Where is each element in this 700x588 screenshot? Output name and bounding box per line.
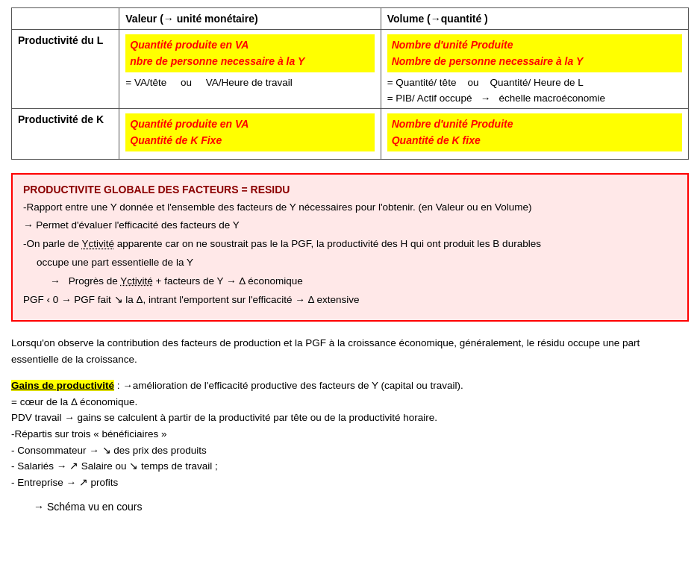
row1-volume-yellow-line1: Nombre d'unité Produite <box>392 39 513 51</box>
row1-valeur: Quantité produite en VA nbre de personne… <box>119 30 381 109</box>
schema-line: → Schéma vu en cours <box>34 501 689 513</box>
pgf-line4: occupe une part essentielle de la Y <box>37 255 677 271</box>
table-header-empty <box>12 8 119 30</box>
row1-volume-yellow: Nombre d'unité Produite Nombre de person… <box>387 34 682 72</box>
row1-valeur-f2: VA/Heure de travail <box>206 77 293 88</box>
row2-label: Productivité de K <box>12 108 119 159</box>
row2-valeur-yellow-line2: Quantité de K Fixe <box>130 134 222 146</box>
row2-volume-yellow: Nombre d'unité Produite Quantité de K fi… <box>387 113 682 151</box>
table-row-productivite-k: Productivité de K Quantité produite en V… <box>12 108 689 159</box>
row2-volume-yellow-line1: Nombre d'unité Produite <box>392 118 513 130</box>
row1-volume-f2: Quantité/ Heure de L <box>490 77 583 88</box>
row2-volume: Nombre d'unité Produite Quantité de K fi… <box>381 108 688 159</box>
pgf-line5-text: → Progrès de Yctivité + facteurs de Y → … <box>50 275 303 287</box>
pgf-box: PRODUCTIVITE GLOBALE DES FACTEURS = RESI… <box>11 173 689 322</box>
row1-volume-f3: = PIB/ Actif occupé <box>387 93 472 104</box>
row1-valeur-yellow-line2: nbre de personne necessaire à la Y <box>130 55 304 67</box>
gains-line6: - Entreprise → ↗ profits <box>11 475 689 491</box>
gains-section: Gains de productivité : →amélioration de… <box>11 378 689 490</box>
gains-line3: -Répartis sur trois « bénéficiaires » <box>11 426 689 442</box>
pgf-line3: -On parle de Yctivité apparente car on n… <box>23 237 677 252</box>
pgf-line2: → Permet d'évaluer l'efficacité des fact… <box>23 218 677 234</box>
gains-line4: - Consommateur → ↘ des prix des produits <box>11 442 689 459</box>
row1-volume-or1: ou <box>467 77 478 88</box>
row1-valeur-or: ou <box>181 77 192 88</box>
row1-volume-f1: = Quantité/ tête <box>387 77 457 88</box>
table-row-productivite-l: Productivité du L Quantité produite en V… <box>12 30 689 109</box>
row2-valeur-yellow: Quantité produite en VA Quantité de K Fi… <box>125 113 374 151</box>
productivity-table: Valeur (→ unité monétaire) Volume (→quan… <box>11 7 689 160</box>
table-header-valeur: Valeur (→ unité monétaire) <box>119 8 381 30</box>
row1-volume-f3-line: = PIB/ Actif occupé → échelle macroécono… <box>387 93 682 104</box>
gains-line5: - Salariés → ↗ Salaire ou ↘ temps de tra… <box>11 458 689 475</box>
paragraph1: Lorsqu'on observe la contribution des fa… <box>11 335 689 367</box>
row1-volume-f1-line: = Quantité/ tête ou Quantité/ Heure de L <box>387 77 682 88</box>
pgf-yctivite1: Yctivité <box>82 238 115 249</box>
pgf-yctivite2: Yctivité <box>120 275 153 287</box>
row1-volume-f4: échelle macroéconomie <box>499 93 605 104</box>
row1-volume-yellow-line2: Nombre de personne necessaire à la Y <box>392 55 584 67</box>
pgf-line5: → Progrès de Yctivité + facteurs de Y → … <box>50 274 677 290</box>
row1-label: Productivité du L <box>12 30 119 109</box>
gains-line1: = cœur de la Δ économique. <box>11 394 689 410</box>
gains-title-line: Gains de productivité : →amélioration de… <box>11 378 689 394</box>
row2-valeur-yellow-line1: Quantité produite en VA <box>130 118 249 130</box>
table-header-volume: Volume (→quantité ) <box>381 8 688 30</box>
row1-valeur-formula: = VA/tête ou VA/Heure de travail <box>125 77 374 88</box>
row1-valeur-f1: = VA/tête <box>125 77 166 88</box>
pgf-title: PRODUCTIVITE GLOBALE DES FACTEURS = RESI… <box>23 184 677 196</box>
row2-valeur: Quantité produite en VA Quantité de K Fi… <box>119 108 381 159</box>
row1-valeur-yellow-line1: Quantité produite en VA <box>130 39 249 51</box>
pgf-line3-text: -On parle de Yctivité apparente car on n… <box>23 238 541 249</box>
pgf-line2-text: → Permet d'évaluer l'efficacité des fact… <box>23 219 240 231</box>
row1-volume-arrow: → <box>481 93 491 104</box>
gains-desc: : →amélioration de l'efficacité producti… <box>114 380 463 391</box>
gains-title: Gains de productivité <box>11 380 114 391</box>
pgf-line1: -Rapport entre une Y donnée et l'ensembl… <box>23 200 677 216</box>
gains-line2: PDV travail → gains se calculent à parti… <box>11 410 689 426</box>
row1-valeur-yellow: Quantité produite en VA nbre de personne… <box>125 34 374 72</box>
row1-volume: Nombre d'unité Produite Nombre de person… <box>381 30 688 109</box>
pgf-line6: PGF ‹ 0 → PGF fait ↘ la Δ, intrant l'emp… <box>23 293 677 308</box>
row2-volume-yellow-line2: Quantité de K fixe <box>392 134 481 146</box>
